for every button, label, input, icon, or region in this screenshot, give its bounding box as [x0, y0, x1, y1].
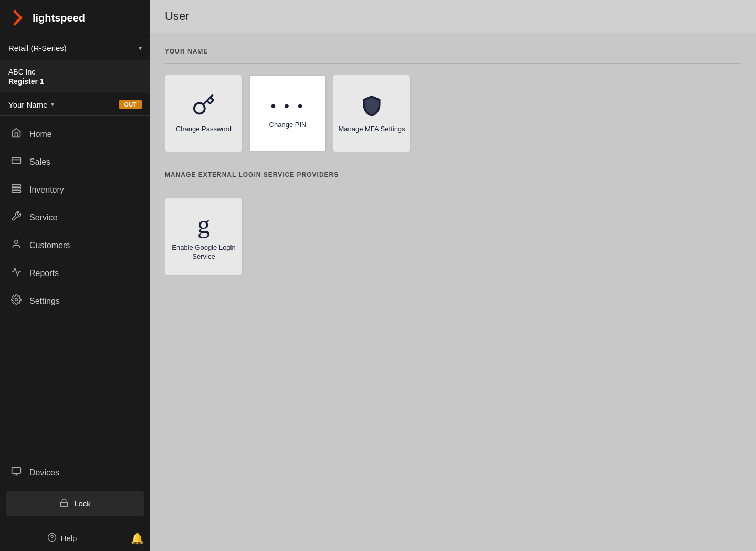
- content-area: YOUR NAME Change Password • • • Change P…: [150, 33, 756, 309]
- sidebar-item-inventory[interactable]: Inventory: [0, 176, 150, 204]
- user-name-area[interactable]: Your Name ▾: [8, 100, 54, 109]
- help-button[interactable]: Help: [0, 525, 124, 551]
- sidebar-item-customers[interactable]: Customers: [0, 231, 150, 259]
- notifications-button[interactable]: 🔔: [124, 525, 150, 551]
- lock-label: Lock: [74, 499, 91, 508]
- page-title: User: [165, 9, 189, 23]
- main-nav: Home Sales Inventory: [0, 116, 150, 454]
- user-row: Your Name ▾ OUT: [0, 93, 150, 116]
- inventory-label: Inventory: [29, 185, 64, 195]
- service-label: Service: [29, 213, 57, 222]
- store-info: ABC Inc Register 1: [0, 60, 150, 93]
- shield-icon: [360, 93, 383, 119]
- customers-icon: [10, 239, 22, 252]
- store-name: ABC Inc: [8, 68, 142, 76]
- reports-label: Reports: [29, 269, 59, 278]
- section-divider-2: [165, 187, 741, 187]
- reports-icon: [10, 267, 22, 280]
- pin-dots-icon: • • •: [271, 98, 305, 114]
- your-name-section: YOUR NAME Change Password • • • Change P…: [165, 48, 741, 152]
- manage-mfa-label: Manage MFA Settings: [338, 125, 405, 134]
- store-selector[interactable]: Retail (R-Series) ▾: [0, 36, 150, 60]
- sidebar-item-reports[interactable]: Reports: [0, 259, 150, 287]
- svg-point-5: [15, 240, 18, 244]
- settings-label: Settings: [29, 296, 60, 306]
- user-name-label: Your Name: [8, 100, 48, 109]
- sidebar: lightspeed Retail (R-Series) ▾ ABC Inc R…: [0, 0, 150, 551]
- google-login-label: Enable Google Login Service: [165, 243, 242, 261]
- bottom-nav: Devices Lock: [0, 454, 150, 525]
- google-icon: g: [197, 212, 210, 237]
- devices-icon: [10, 466, 22, 479]
- inventory-icon: [10, 183, 22, 196]
- settings-icon: [10, 294, 22, 308]
- svg-rect-2: [12, 185, 21, 186]
- sidebar-item-sales[interactable]: Sales: [0, 148, 150, 176]
- chevron-down-icon: ▾: [139, 45, 142, 52]
- sales-label: Sales: [29, 157, 50, 167]
- sidebar-item-service[interactable]: Service: [0, 204, 150, 231]
- external-cards-row: g Enable Google Login Service: [165, 198, 741, 276]
- external-login-section-label: MANAGE EXTERNAL LOGIN SERVICE PROVIDERS: [165, 171, 741, 178]
- change-password-label: Change Password: [176, 125, 232, 134]
- external-login-section: MANAGE EXTERNAL LOGIN SERVICE PROVIDERS …: [165, 171, 741, 276]
- help-bar: Help 🔔: [0, 525, 150, 551]
- sales-icon: [10, 155, 22, 168]
- customers-label: Customers: [29, 241, 70, 250]
- key-icon: [192, 93, 215, 119]
- svg-rect-0: [12, 157, 21, 164]
- page-header: User: [150, 0, 756, 33]
- manage-mfa-card[interactable]: Manage MFA Settings: [333, 75, 411, 152]
- change-password-card[interactable]: Change Password: [165, 75, 243, 152]
- devices-label: Devices: [29, 468, 59, 478]
- bell-icon: 🔔: [131, 532, 144, 545]
- user-chevron-icon: ▾: [51, 101, 54, 108]
- help-icon: [47, 533, 57, 544]
- change-pin-card[interactable]: • • • Change PIN: [249, 75, 327, 152]
- your-name-section-label: YOUR NAME: [165, 48, 741, 55]
- section-divider-1: [165, 63, 741, 64]
- sidebar-item-home[interactable]: Home: [0, 120, 150, 148]
- change-pin-label: Change PIN: [269, 121, 307, 130]
- google-login-card[interactable]: g Enable Google Login Service: [165, 198, 243, 276]
- sidebar-item-devices[interactable]: Devices: [0, 459, 150, 486]
- svg-rect-7: [12, 468, 21, 474]
- svg-rect-4: [12, 190, 21, 192]
- service-icon: [10, 211, 22, 224]
- svg-rect-3: [12, 187, 21, 189]
- logo-area: lightspeed: [0, 0, 150, 36]
- svg-point-6: [15, 299, 18, 301]
- home-icon: [10, 128, 22, 141]
- lock-icon: [59, 498, 69, 509]
- register-name: Register 1: [8, 77, 142, 86]
- user-cards-row: Change Password • • • Change PIN Man: [165, 75, 741, 152]
- out-badge[interactable]: OUT: [119, 100, 142, 109]
- sidebar-item-settings[interactable]: Settings: [0, 287, 150, 315]
- store-selector-text: Retail (R-Series): [8, 44, 67, 52]
- svg-rect-10: [60, 502, 68, 506]
- lightspeed-logo-icon: [10, 9, 27, 26]
- lock-button[interactable]: Lock: [6, 491, 144, 516]
- main-content: User YOUR NAME Change Password: [150, 0, 756, 551]
- home-label: Home: [29, 130, 52, 139]
- logo-text: lightspeed: [33, 12, 85, 24]
- help-label: Help: [61, 534, 77, 543]
